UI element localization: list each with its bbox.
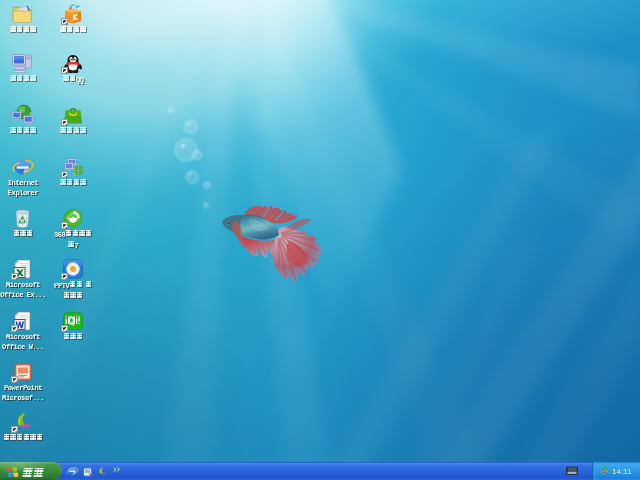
svg-text:14:11: 14:11	[612, 467, 632, 476]
